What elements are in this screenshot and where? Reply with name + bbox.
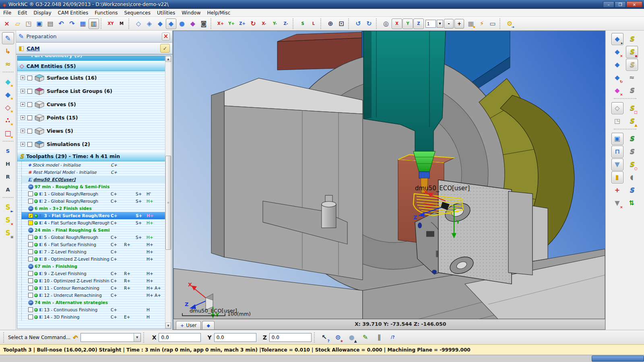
toolpath-checkbox[interactable]: ✓ xyxy=(28,213,33,218)
toolpath-row[interactable]: ◧ dmu50_ECO[user] xyxy=(21,176,165,183)
scroll-down-icon[interactable]: ▼ xyxy=(165,323,171,329)
toolpath-checkbox[interactable] xyxy=(28,235,33,240)
hatch-display-icon[interactable]: ≈ xyxy=(626,72,638,84)
holder-collision-icon[interactable]: H xyxy=(2,158,14,170)
toolpath-analysis-icon[interactable]: A xyxy=(2,183,14,195)
rest-material-icon[interactable]: R xyxy=(2,171,14,183)
tool-axis-icon[interactable]: + xyxy=(611,184,623,196)
retract-arrows-icon[interactable]: ⇅ xyxy=(626,197,638,209)
menu-item[interactable]: Window xyxy=(178,9,204,16)
view-layout-icon[interactable]: ▥ xyxy=(89,19,99,29)
context-help-icon[interactable]: /? xyxy=(387,332,398,343)
expand-icon[interactable]: + xyxy=(21,129,25,133)
toolpath-row[interactable]: ◧ 4 - Flat Surface Rough/Rerough C+ S+ H… xyxy=(21,219,165,226)
toolpath-checkbox[interactable] xyxy=(28,242,33,247)
scroll-up-icon[interactable]: ▲ xyxy=(165,56,171,62)
toolpath-limit-icon[interactable]: S ▪ xyxy=(626,46,638,58)
group-collapse-icon[interactable]: − xyxy=(28,228,33,233)
tree-checkbox[interactable] xyxy=(27,115,32,120)
tree-row[interactable]: + Views (5) xyxy=(17,124,165,138)
view-x-plus-icon[interactable]: X+ xyxy=(215,19,226,29)
close-button[interactable]: × xyxy=(626,1,642,8)
toolpath-row[interactable]: ◧ 10 - Optimized Z-Level Finishing C+ R+… xyxy=(21,277,165,284)
display-wireframe-icon[interactable]: ◇ xyxy=(133,19,144,29)
toolpath-row[interactable]: ◧ 14 - 3D Finishing C+ E+ H xyxy=(21,313,165,321)
save-icon[interactable]: ▣ xyxy=(34,19,45,29)
toolpath-row[interactable]: ◉ Rest Material Model - Initialise C+ xyxy=(21,169,165,176)
tree-checkbox[interactable] xyxy=(27,102,32,107)
view-x-minus-icon[interactable]: X- xyxy=(259,19,269,29)
stock-creation-icon[interactable]: ▦ ★ xyxy=(466,19,476,29)
select-mode-icon[interactable]: ↖ ? xyxy=(319,332,330,343)
toolpath-row[interactable]: ◧ 8 - Optimized Z-Level Finishing C+ H+ xyxy=(21,255,165,263)
axes-machine-icon[interactable]: M xyxy=(116,19,127,29)
new-surface-list-icon[interactable]: ◆ ★ xyxy=(2,76,14,88)
toolpath-edit-icon[interactable]: S xyxy=(626,33,638,45)
part-geometry-header[interactable]: Part Geometry (3) xyxy=(17,56,165,61)
tree-checkbox[interactable] xyxy=(27,76,32,80)
import-geometry-icon[interactable]: ↳ xyxy=(2,45,14,57)
toolpath-delete-icon[interactable]: S × xyxy=(2,214,14,226)
toolpath-row[interactable]: − 24 min - Final Roughing & Semi-Finishi… xyxy=(21,226,165,234)
tab-model-view[interactable]: ◆ xyxy=(202,321,214,329)
menu-item[interactable]: Sequences xyxy=(121,9,154,16)
select-all-surfaces-icon[interactable]: ◆ xyxy=(611,59,623,71)
menu-item[interactable]: Utilities xyxy=(154,9,178,16)
zoom-level-input[interactable] xyxy=(425,20,436,28)
open-folder-icon[interactable]: ▱ xyxy=(12,19,23,29)
toolpath-points-icon[interactable]: S xyxy=(626,133,638,145)
view-iso-icon[interactable]: ↻ xyxy=(248,19,258,29)
select-surfaces-icon[interactable]: ◆ ▸ xyxy=(611,33,623,45)
group-collapse-icon[interactable]: − xyxy=(28,300,33,305)
panel-scrollbar[interactable]: ▲ ≡ ▼ xyxy=(165,56,171,329)
toolpath-row[interactable]: ◧ 1 - Global Rough/Rerough C+ S+ H' xyxy=(21,190,165,197)
toolpath-warning-icon[interactable]: S ▲ xyxy=(626,115,638,127)
zoom-increase-button[interactable]: + xyxy=(454,19,464,29)
zoom-window-icon[interactable]: ⊡ xyxy=(336,19,347,29)
toolpath-checkbox[interactable] xyxy=(28,286,33,290)
maximize-button[interactable]: ❐ xyxy=(615,1,626,8)
horizontal-scrollbar-thumb[interactable] xyxy=(592,356,644,362)
expand-icon[interactable]: + xyxy=(21,102,25,107)
prepare-part-icon[interactable]: ✎ xyxy=(2,32,14,44)
undo-icon[interactable]: ↶ xyxy=(56,19,66,29)
toolpath-row[interactable]: ◧ 9 - Z-Level Finishing C+ R+ H+ xyxy=(21,270,165,277)
delete-selection-icon[interactable]: ◆ × xyxy=(611,84,623,97)
holder-display-icon[interactable]: ▼ xyxy=(611,158,623,171)
display-hidden-line-icon[interactable]: ◈ xyxy=(144,19,155,29)
toolpath-row[interactable]: ◧ 7 - Z-Level Finishing C+ H+ xyxy=(21,248,165,255)
preparation-header[interactable]: ✎ Preparation × xyxy=(16,31,172,43)
tree-row[interactable]: + Surface Lists (16) xyxy=(17,71,165,84)
view-sphere-icon[interactable]: ● ▲ xyxy=(346,332,357,343)
dynamic-x-icon[interactable]: X xyxy=(392,19,402,29)
toolpath-row[interactable]: ◧ 2 - Global Rough/Rerough C+ S+ H+ xyxy=(21,197,165,205)
toolpath-checkbox[interactable] xyxy=(28,257,33,261)
toolpath-editor-icon[interactable]: S ≡ xyxy=(2,227,14,239)
toolpath-row[interactable]: ◧ 13 - Continuous Finishing C+ H xyxy=(21,306,165,313)
group-collapse-icon[interactable]: − xyxy=(28,184,33,189)
view-center-icon[interactable]: ◎ xyxy=(381,19,391,29)
expand-icon[interactable]: + xyxy=(21,76,25,80)
new-curve-icon[interactable]: ◇ ★ xyxy=(2,101,14,113)
viewport-3d[interactable]: X Z Y dmu50_ECO[user] X xyxy=(173,31,605,319)
stock-model-icon[interactable]: S xyxy=(2,145,14,157)
cam-entities-header[interactable]: ◇ CAM Entities (55) xyxy=(17,61,165,71)
create-curve-icon[interactable]: ≈ xyxy=(2,58,14,70)
new-view-icon[interactable]: □ ★ xyxy=(2,127,14,139)
tree-checkbox[interactable] xyxy=(27,89,32,94)
toolpath-simulate-icon[interactable]: S ► xyxy=(2,201,14,213)
toolpath-calculation-icon[interactable]: ⚡ xyxy=(477,19,487,29)
view-y-minus-icon[interactable]: Y- xyxy=(270,19,280,29)
annotate-icon[interactable]: ✎ xyxy=(360,332,371,343)
toolpath-highlight-icon[interactable]: S xyxy=(626,184,638,196)
axes-xy-icon[interactable]: XY xyxy=(105,19,116,29)
toolpaths-header[interactable]: S Toolpaths (29) - Time: 4 h 41 min xyxy=(17,151,165,161)
menu-item[interactable]: Edit xyxy=(14,9,30,16)
view-y-plus-icon[interactable]: Y+ xyxy=(226,19,237,29)
minimize-button[interactable]: – xyxy=(603,1,614,8)
panel-close-button[interactable]: × xyxy=(162,33,170,41)
toolpath-row[interactable]: ◆ Stock model - Initialise C+ xyxy=(21,161,165,169)
postprocessor-robot-icon[interactable]: ⚙ ➔ xyxy=(504,19,515,29)
toolpath-row[interactable]: ◧ 5 - Global Rough/Rerough C+ S+ H+ xyxy=(21,234,165,241)
display-dynamic-shading-icon[interactable]: ◆ xyxy=(188,19,198,29)
